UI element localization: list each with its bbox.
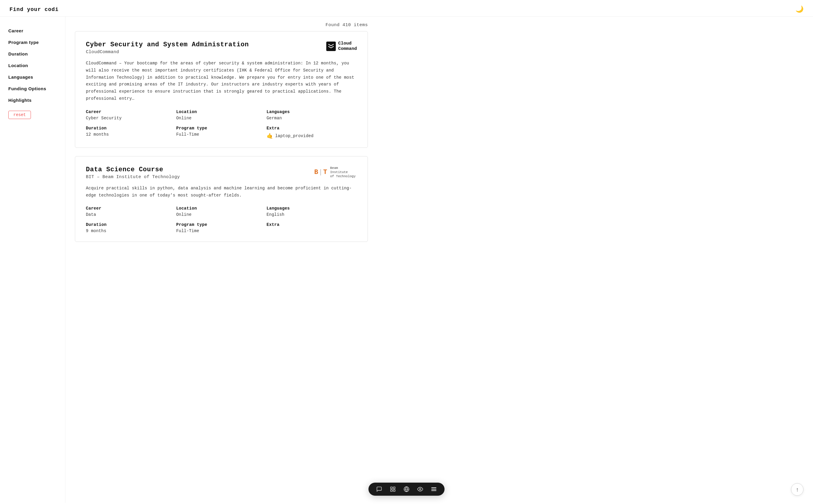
svg-rect-4 <box>391 490 393 492</box>
bit-institute-text: Beam Instituteof Technology <box>330 166 357 179</box>
content-area: Found 410 items Cyber Security and Syste… <box>65 17 377 503</box>
location-label-1: Location <box>176 110 267 114</box>
detail-languages-1: Languages German <box>267 110 357 121</box>
detail-duration-2: Duration 9 months <box>86 222 176 233</box>
cloudcommand-logo: CloudCommand <box>309 41 357 52</box>
bit-b-letter: B|T <box>314 169 328 176</box>
duration-label-2: Duration <box>86 222 176 227</box>
scroll-top-icon: ↑ <box>796 486 799 493</box>
duration-value-2: 9 months <box>86 229 176 233</box>
detail-career-1: Career Cyber Security <box>86 110 176 121</box>
toolbar-list-button[interactable] <box>430 486 438 493</box>
svg-rect-3 <box>393 490 395 492</box>
sidebar-item-program-type[interactable]: Program type <box>8 37 57 48</box>
detail-extra-1: Extra 🤙 laptop_provided <box>267 126 357 139</box>
svg-rect-2 <box>393 487 395 489</box>
detail-program-type-1: Program type Full-Time <box>176 126 267 139</box>
duration-label-1: Duration <box>86 126 176 131</box>
card-title-block-2: Data Science Course BIT – Beam Institute… <box>86 166 180 180</box>
scroll-top-button[interactable]: ↑ <box>791 483 803 496</box>
cloudcommand-logo-icon <box>326 42 336 51</box>
detail-career-2: Career Data <box>86 206 176 217</box>
detail-location-2: Location Online <box>176 206 267 217</box>
languages-value-1: German <box>267 116 357 121</box>
card-subtitle-1: CloudCommand <box>86 50 249 55</box>
sidebar-item-duration[interactable]: Duration <box>8 48 57 60</box>
card-data-science: Data Science Course BIT – Beam Institute… <box>75 156 368 242</box>
site-title: Find your codi <box>10 7 58 12</box>
location-value-2: Online <box>176 212 267 217</box>
career-value-1: Cyber Security <box>86 116 176 121</box>
detail-location-1: Location Online <box>176 110 267 121</box>
extra-label-1: Extra <box>267 126 357 131</box>
detail-duration-1: Duration 12 months <box>86 126 176 139</box>
program-type-label-1: Program type <box>176 126 267 131</box>
card-header-1: Cyber Security and System Administration… <box>86 41 357 55</box>
sidebar-item-languages[interactable]: Languages <box>8 71 57 83</box>
toolbar-edit-button[interactable] <box>389 486 397 493</box>
cloudcommand-text: CloudCommand <box>338 41 357 52</box>
extra-item-1: 🤙 laptop_provided <box>267 133 357 139</box>
languages-label-1: Languages <box>267 110 357 114</box>
card-cyber-security: Cyber Security and System Administration… <box>75 31 368 148</box>
toolbar-eye-button[interactable] <box>416 486 424 493</box>
career-label-2: Career <box>86 206 176 211</box>
duration-value-1: 12 months <box>86 132 176 137</box>
laptop-provided-icon: 🤙 <box>267 133 273 139</box>
found-count: Found 410 items <box>75 17 368 31</box>
svg-rect-0 <box>326 42 336 51</box>
card-title-block-1: Cyber Security and System Administration… <box>86 41 249 55</box>
card-details-2: Career Data Location Online Languages En… <box>86 206 357 233</box>
program-type-value-1: Full-Time <box>176 132 267 137</box>
card-header-2: Data Science Course BIT – Beam Institute… <box>86 166 357 180</box>
sidebar-item-location[interactable]: Location <box>8 60 57 71</box>
moon-icon[interactable]: 🌙 <box>795 5 803 13</box>
toolbar-chat-button[interactable] <box>375 486 383 493</box>
card-description-1: CloudCommand – Your bootcamp for the are… <box>86 60 357 102</box>
detail-languages-2: Languages English <box>267 206 357 217</box>
card-title-2: Data Science Course <box>86 166 180 173</box>
bit-logo-text: B|T <box>314 169 328 176</box>
extra-label-2: Extra <box>267 222 357 227</box>
location-label-2: Location <box>176 206 267 211</box>
languages-value-2: English <box>267 212 357 217</box>
card-description-2: Acquire practical skills in python, data… <box>86 185 357 199</box>
program-type-value-2: Full-Time <box>176 229 267 233</box>
career-label-1: Career <box>86 110 176 114</box>
main-layout: Career Program type Duration Location La… <box>0 17 813 503</box>
sidebar-item-highlights[interactable]: Highlights <box>8 94 57 106</box>
detail-extra-2: Extra <box>267 222 357 233</box>
program-type-label-2: Program type <box>176 222 267 227</box>
extra-value-1: laptop_provided <box>275 134 314 138</box>
location-value-1: Online <box>176 116 267 121</box>
svg-rect-1 <box>391 487 393 489</box>
top-bar: Find your codi 🌙 <box>0 0 813 17</box>
languages-label-2: Languages <box>267 206 357 211</box>
card-title-1: Cyber Security and System Administration <box>86 41 249 48</box>
toolbar-globe-button[interactable] <box>402 486 411 493</box>
svg-point-7 <box>420 489 421 490</box>
sidebar-item-funding-options[interactable]: Funding Options <box>8 83 57 94</box>
bottom-toolbar <box>368 483 445 496</box>
sidebar: Career Program type Duration Location La… <box>0 17 65 503</box>
detail-program-type-2: Program type Full-Time <box>176 222 267 233</box>
reset-button[interactable]: reset <box>8 111 31 119</box>
bit-logo: B|T Beam Instituteof Technology <box>309 166 357 179</box>
sidebar-item-career[interactable]: Career <box>8 25 57 37</box>
card-subtitle-2: BIT – Beam Institute of Technology <box>86 175 180 180</box>
card-details-1: Career Cyber Security Location Online La… <box>86 110 357 139</box>
career-value-2: Data <box>86 212 176 217</box>
